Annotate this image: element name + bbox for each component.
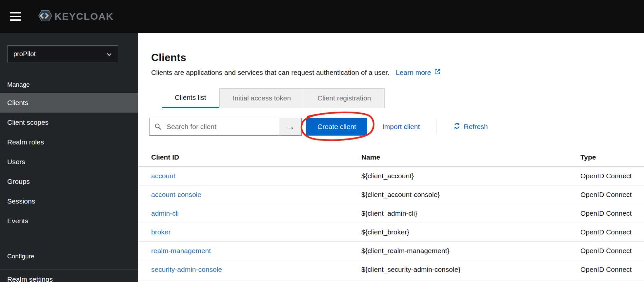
client-type: OpenID Connect bbox=[580, 228, 644, 236]
external-link-icon bbox=[434, 68, 441, 76]
sidebar: proPilot Manage Clients Client scopes Re… bbox=[0, 33, 138, 282]
client-type: OpenID Connect bbox=[580, 172, 644, 180]
realm-selector-dropdown[interactable]: proPilot bbox=[7, 45, 118, 62]
realm-selector-value: proPilot bbox=[13, 50, 36, 58]
tab-client-registration[interactable]: Client registration bbox=[304, 88, 384, 108]
table-row: broker ${client_broker} OpenID Connect bbox=[138, 223, 644, 242]
client-id-link[interactable]: broker bbox=[151, 228, 171, 236]
toolbar-divider bbox=[436, 119, 436, 134]
client-type: OpenID Connect bbox=[580, 247, 644, 255]
nav-group-label-manage: Manage bbox=[7, 81, 138, 88]
sidebar-item-groups[interactable]: Groups bbox=[0, 172, 138, 191]
keycloak-logo-icon bbox=[35, 9, 53, 24]
refresh-link[interactable]: Refresh bbox=[453, 122, 488, 131]
client-id-link[interactable]: realm-management bbox=[151, 247, 211, 254]
top-bar: KEYCLOAK bbox=[0, 0, 644, 33]
learn-more-link[interactable]: Learn more bbox=[396, 68, 440, 76]
tab-clients-list[interactable]: Clients list bbox=[162, 88, 219, 108]
sidebar-item-label: Users bbox=[7, 158, 25, 166]
sidebar-item-label: Realm settings bbox=[7, 275, 53, 282]
page-subtitle: Clients are applications and services th… bbox=[151, 69, 389, 76]
sidebar-item-label: Clients bbox=[7, 99, 28, 107]
sidebar-item-client-scopes[interactable]: Client scopes bbox=[0, 113, 138, 132]
sidebar-item-realm-settings[interactable]: Realm settings bbox=[0, 269, 138, 282]
sidebar-item-sessions[interactable]: Sessions bbox=[0, 191, 138, 211]
main-content: Clients Clients are applications and ser… bbox=[138, 33, 644, 282]
client-type: OpenID Connect bbox=[580, 191, 644, 199]
hamburger-bar bbox=[10, 12, 21, 13]
client-id-link[interactable]: account bbox=[151, 172, 175, 180]
sidebar-item-users[interactable]: Users bbox=[0, 152, 138, 172]
page-header: Clients Clients are applications and ser… bbox=[138, 33, 644, 76]
hamburger-bar bbox=[10, 16, 21, 17]
sidebar-item-clients[interactable]: Clients bbox=[0, 93, 138, 113]
table-row: realm-management ${client_realm-manageme… bbox=[138, 242, 644, 260]
column-header-name: Name bbox=[361, 153, 580, 161]
client-name: ${client_admin-cli} bbox=[361, 209, 580, 217]
search-input[interactable] bbox=[149, 118, 279, 136]
search-box: → bbox=[149, 118, 302, 136]
table-row: security-admin-console ${client_security… bbox=[138, 260, 644, 279]
sidebar-item-label: Groups bbox=[7, 178, 30, 185]
client-id-link[interactable]: security-admin-console bbox=[151, 266, 222, 273]
table-row: account-console ${client_account-console… bbox=[138, 185, 644, 204]
client-id-link[interactable]: admin-cli bbox=[151, 209, 179, 217]
create-client-button[interactable]: Create client bbox=[306, 118, 367, 136]
client-name: ${client_account} bbox=[361, 172, 580, 180]
chevron-down-icon bbox=[107, 50, 112, 58]
client-name: ${client_account-console} bbox=[361, 191, 580, 199]
sidebar-item-label: Realm roles bbox=[7, 138, 44, 146]
search-submit-button[interactable]: → bbox=[279, 118, 302, 136]
clients-toolbar: → Create client Import client Refresh bbox=[149, 118, 644, 136]
table-row: admin-cli ${client_admin-cli} OpenID Con… bbox=[138, 204, 644, 223]
learn-more-label: Learn more bbox=[396, 69, 431, 76]
table-row: account ${client_account} OpenID Connect bbox=[138, 167, 644, 185]
table-header-row: Client ID Name Type bbox=[138, 148, 644, 167]
client-type: OpenID Connect bbox=[580, 209, 644, 217]
client-name: ${client_realm-management} bbox=[361, 247, 580, 255]
hamburger-menu-icon[interactable] bbox=[10, 10, 22, 23]
sidebar-item-label: Sessions bbox=[7, 197, 35, 205]
sidebar-nav: Manage Clients Client scopes Realm roles… bbox=[0, 73, 138, 282]
tab-bar: Clients list Initial access token Client… bbox=[162, 88, 385, 108]
tab-initial-access-token[interactable]: Initial access token bbox=[219, 88, 304, 108]
client-name: ${client_security-admin-console} bbox=[361, 266, 580, 273]
page-subtitle-row: Clients are applications and services th… bbox=[151, 68, 644, 76]
sidebar-item-realm-roles[interactable]: Realm roles bbox=[0, 132, 138, 152]
sidebar-item-label: Client scopes bbox=[7, 119, 49, 126]
column-header-type: Type bbox=[580, 153, 644, 161]
sidebar-item-label: Events bbox=[7, 217, 28, 225]
keycloak-logo: KEYCLOAK bbox=[35, 9, 113, 24]
client-type: OpenID Connect bbox=[580, 266, 644, 273]
nav-group-label-configure: Configure bbox=[7, 253, 138, 260]
import-client-link[interactable]: Import client bbox=[382, 123, 420, 131]
refresh-icon bbox=[453, 122, 460, 131]
refresh-label: Refresh bbox=[464, 123, 488, 131]
client-name: ${client_broker} bbox=[361, 228, 580, 236]
sidebar-item-events[interactable]: Events bbox=[0, 211, 138, 231]
client-id-link[interactable]: account-console bbox=[151, 191, 201, 198]
keycloak-logo-text: KEYCLOAK bbox=[54, 11, 113, 22]
hamburger-bar bbox=[10, 19, 21, 21]
page-title: Clients bbox=[151, 51, 644, 64]
clients-table: Client ID Name Type account ${client_acc… bbox=[138, 148, 644, 279]
column-header-client-id: Client ID bbox=[138, 153, 361, 161]
